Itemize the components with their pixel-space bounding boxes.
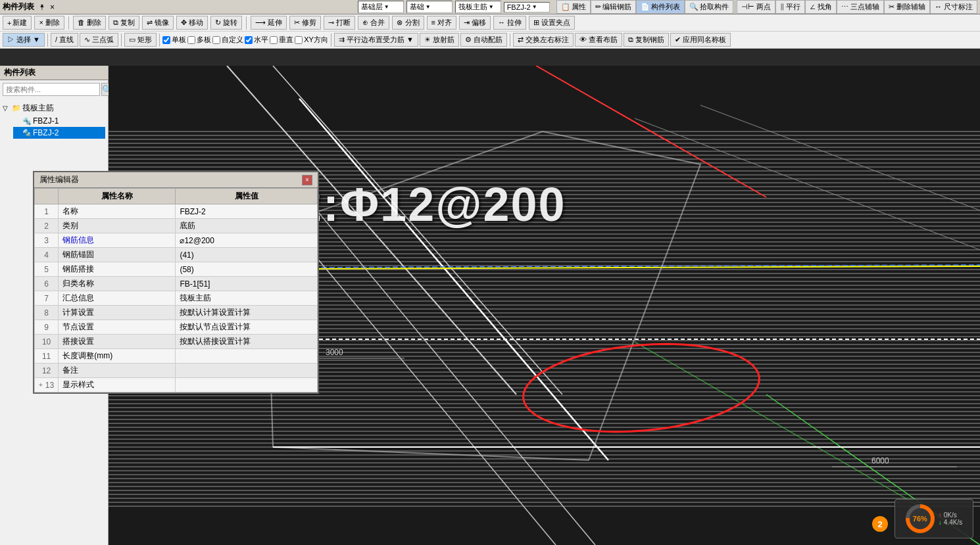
prop-name-cell: 钢筋锚固 <box>59 248 176 262</box>
split-button[interactable]: ⊗ 分割 <box>392 16 424 30</box>
prop-name-cell: 名称 <box>59 204 176 219</box>
col-num <box>35 189 59 204</box>
prop-value-cell[interactable]: 筏板主筋 <box>176 291 318 306</box>
merge-button[interactable]: ⊕ 合并 <box>358 16 389 30</box>
table-row[interactable]: + 13显示样式 <box>35 378 318 392</box>
dim-label-button[interactable]: ↔ 尺寸标注 <box>930 0 977 14</box>
row-number: 10 <box>35 335 59 349</box>
net-stats: ↑ 0K/s ↓ 4.4K/s <box>939 511 962 526</box>
set-grip-button[interactable]: ⊞ 设置夹点 <box>529 16 575 30</box>
find-angle-button[interactable]: ∠ 找角 <box>805 0 837 14</box>
auto-config-button[interactable]: ⚙ 自动配筋 <box>460 33 507 47</box>
table-row[interactable]: 3钢筋信息⌀12@200 <box>35 233 318 248</box>
apply-same-button[interactable]: ✔ 应用同名称板 <box>670 33 731 47</box>
table-row[interactable]: 11长度调整(mm) <box>35 349 318 364</box>
tree-folder-icon: 📁 <box>12 104 21 112</box>
props-table: 属性名称 属性值 1名称FBZJ-22类别底筋3钢筋信息⌀12@2004钢筋锚固… <box>34 188 318 392</box>
status-badge: 76% ↑ 0K/s ↓ 4.4K/s <box>894 499 973 538</box>
download-arrow-icon: ↓ <box>939 519 942 526</box>
prop-name-cell: 节点设置 <box>59 320 176 335</box>
layer-dropdown-4[interactable]: FBZJ-2▼ <box>504 2 550 12</box>
new-button[interactable]: + 新建 <box>3 16 32 30</box>
prop-name-cell: 长度调整(mm) <box>59 349 176 364</box>
prop-name-cell: 备注 <box>59 364 176 378</box>
search-input[interactable] <box>3 83 100 96</box>
tree-item-fbzj1[interactable]: 🔩 FBZJ-1 <box>13 115 105 127</box>
parallel-button[interactable]: ∥ 平行 <box>775 0 805 14</box>
tree-root[interactable]: ▽ 📁 筏板主筋 <box>3 101 105 115</box>
percent-circle: 76% <box>906 504 935 533</box>
vertical-check[interactable]: 垂直 <box>270 35 293 45</box>
title-pin: 🖈 <box>38 3 46 12</box>
three-point-axis-button[interactable]: ⋯ 三点辅轴 <box>837 0 884 14</box>
prop-name-cell: 显示样式 <box>59 378 176 392</box>
prop-value-cell[interactable]: (41) <box>176 248 318 262</box>
panel-header-title: 构件列表 <box>4 67 36 78</box>
percent-text: 76% <box>910 508 931 529</box>
trim-button[interactable]: ✂ 修剪 <box>289 16 321 30</box>
row-number: + 13 <box>35 378 59 392</box>
table-row[interactable]: 7汇总信息筏板主筋 <box>35 291 318 306</box>
offset-button[interactable]: ⇥ 偏移 <box>459 16 491 30</box>
table-row[interactable]: 2类别底筋 <box>35 219 318 233</box>
layer-dropdown-2[interactable]: 基础▼ <box>406 1 453 13</box>
break-button[interactable]: ⊸ 打断 <box>324 16 355 30</box>
extend-button[interactable]: ⟶ 延伸 <box>251 16 287 30</box>
table-row[interactable]: 5钢筋搭接(58) <box>35 262 318 277</box>
prop-value-cell[interactable]: FBZJ-2 <box>176 204 318 219</box>
prop-value-cell[interactable]: FB-1[51] <box>176 277 318 291</box>
panel-title: 构件列表 <box>3 1 34 12</box>
edit-rebar-button[interactable]: ✏ 编辑钢筋 <box>591 0 636 14</box>
table-row[interactable]: 1名称FBZJ-2 <box>35 204 318 219</box>
erase-button[interactable]: 🗑 删除 <box>73 16 106 30</box>
view-rebar-button[interactable]: 👁 查看布筋 <box>575 33 622 47</box>
custom-check[interactable]: 自定义 <box>212 35 243 45</box>
arc-button[interactable]: ∿ 三点弧 <box>80 33 118 47</box>
prop-value-cell[interactable]: 底筋 <box>176 219 318 233</box>
horizontal-check[interactable]: 水平 <box>245 35 268 45</box>
rotate-button[interactable]: ↻ 旋转 <box>210 16 242 30</box>
layer-dropdown-3[interactable]: 筏板主筋▼ <box>455 1 501 13</box>
select-button[interactable]: ▷ 选择 ▼ <box>3 33 45 47</box>
table-row[interactable]: 9节点设置按默认节点设置计算 <box>35 320 318 335</box>
prop-value-cell[interactable]: 按默认节点设置计算 <box>176 320 318 335</box>
row-number: 12 <box>35 364 59 378</box>
xy-dir-check[interactable]: XY方向 <box>295 35 328 45</box>
layer-dropdown-1[interactable]: 基础层▼ <box>358 1 404 13</box>
props-close-button[interactable]: × <box>302 175 312 185</box>
pick-component-button[interactable]: 🔍 拾取构件 <box>685 0 733 14</box>
expand-icon[interactable]: + <box>39 381 43 389</box>
move-button[interactable]: ✥ 移动 <box>176 16 208 30</box>
row-number: 5 <box>35 262 59 277</box>
single-plate-check[interactable]: 单板 <box>162 35 186 45</box>
prop-value-cell[interactable]: 按默认计算设置计算 <box>176 306 318 320</box>
copy-button[interactable]: ⧉ 复制 <box>109 16 139 30</box>
table-row[interactable]: 12备注 <box>35 364 318 378</box>
attr-button[interactable]: 📋 属性 <box>556 0 591 14</box>
parallel-arrange-button[interactable]: ⇉ 平行边布置受力筋 ▼ <box>334 33 418 47</box>
align-button[interactable]: ≡ 对齐 <box>427 16 456 30</box>
table-row[interactable]: 6归类名称FB-1[51] <box>35 277 318 291</box>
prop-name-cell: 计算设置 <box>59 306 176 320</box>
radial-button[interactable]: ☀ 放射筋 <box>420 33 459 47</box>
component-list-button[interactable]: 📄 构件列表 <box>636 0 685 14</box>
prop-value-cell[interactable]: 按默认搭接设置计算 <box>176 335 318 349</box>
stretch-button[interactable]: ↔ 拉伸 <box>493 16 526 30</box>
line-button[interactable]: / 直线 <box>51 33 78 47</box>
copy-rebar-button[interactable]: ⧉ 复制钢筋 <box>624 33 669 47</box>
table-row[interactable]: 10搭接设置按默认搭接设置计算 <box>35 335 318 349</box>
multi-plate-check[interactable]: 多板 <box>187 35 211 45</box>
mirror-button[interactable]: ⇌ 镜像 <box>142 16 174 30</box>
delete-button[interactable]: × 删除 <box>34 16 64 30</box>
prop-value-cell[interactable]: (58) <box>176 262 318 277</box>
table-row[interactable]: 8计算设置按默认计算设置计算 <box>35 306 318 320</box>
del-axis-button[interactable]: ✂ 删除辅轴 <box>884 0 930 14</box>
svg-text:6000: 6000 <box>871 456 889 465</box>
two-point-button[interactable]: ⊣⊢ 两点 <box>737 0 775 14</box>
prop-value-cell[interactable]: ⌀12@200 <box>176 233 318 248</box>
tree-item-fbzj2[interactable]: 🔩 FBZJ-2 <box>13 127 105 139</box>
table-row[interactable]: 4钢筋锚固(41) <box>35 248 318 262</box>
rect-button[interactable]: ▭ 矩形 <box>124 33 157 47</box>
title-close[interactable]: × <box>50 3 55 12</box>
swap-label-button[interactable]: ⇄ 交换左右标注 <box>513 33 574 47</box>
